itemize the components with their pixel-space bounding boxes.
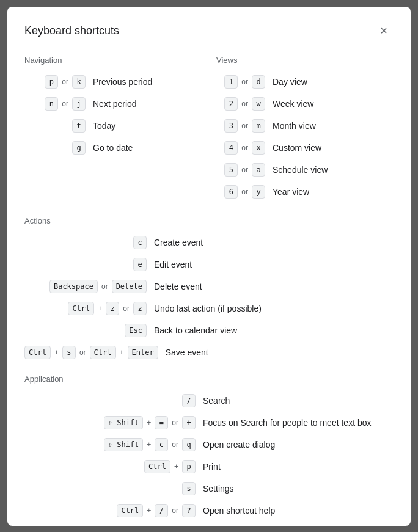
shortcut-desc: Delete event [154, 282, 394, 291]
key-shift: ⇧ Shift [104, 416, 144, 429]
key-1: 1 [224, 75, 238, 89]
key-j: j [72, 97, 86, 111]
key-shift: ⇧ Shift [104, 438, 144, 451]
views-section: Views 1 or d Day view 2 or w Week view [216, 53, 394, 204]
key-enter: Enter [128, 346, 158, 359]
shortcut-row: g Go to date [24, 138, 202, 158]
keys-area: n or j [24, 97, 86, 111]
keys-area: 6 or y [216, 185, 265, 199]
keys-area: ⇧ Shift + = or + [24, 416, 196, 429]
close-button[interactable]: × [374, 21, 394, 41]
keys-area: c [24, 236, 147, 249]
separator: or [241, 122, 248, 130]
shortcut-desc: Edit event [154, 260, 394, 269]
keys-area: 5 or a [216, 163, 265, 177]
key-t: t [72, 119, 86, 133]
key-d: d [252, 75, 265, 89]
keys-area: s [24, 482, 196, 495]
shortcut-row: Alt + Ctrl + . Jump to side panel [24, 523, 394, 526]
keys-area: 1 or d [216, 75, 265, 89]
key-n: n [45, 97, 58, 111]
key-e: e [133, 258, 147, 271]
keys-area: 2 or w [216, 97, 265, 111]
keys-area: p or k [24, 75, 86, 89]
plus-separator: + [174, 462, 178, 471]
key-ctrl: Ctrl [144, 460, 170, 473]
key-2: 2 [224, 97, 238, 111]
separator: or [79, 348, 86, 357]
key-ctrl: Ctrl [68, 302, 94, 315]
shortcut-desc: Go to date [93, 143, 202, 153]
key-6: 6 [224, 185, 238, 199]
key-p: p [45, 75, 58, 89]
shortcut-desc: Undo last action (if possible) [154, 304, 394, 313]
key-slash: / [182, 394, 196, 407]
key-m: m [252, 119, 265, 133]
keyboard-shortcuts-modal: Keyboard shortcuts × Navigation p or k P… [7, 7, 411, 526]
separator: or [62, 100, 68, 108]
modal-title: Keyboard shortcuts [24, 24, 119, 37]
shortcut-desc: Search [203, 396, 394, 406]
plus-separator: + [147, 440, 151, 449]
shortcut-row: s Settings [24, 479, 394, 498]
key-a: a [252, 163, 265, 177]
shortcut-row: 6 or y Year view [216, 182, 394, 202]
shortcut-row: n or j Next period [24, 94, 202, 114]
shortcut-desc: Settings [203, 484, 394, 494]
key-3: 3 [224, 119, 238, 133]
separator: or [123, 304, 130, 313]
shortcut-row: Backspace or Delete Delete event [24, 277, 394, 296]
separator: or [241, 188, 248, 196]
key-slash: / [155, 504, 168, 517]
shortcut-desc: Month view [273, 121, 394, 131]
plus-separator: + [147, 506, 151, 515]
plus-separator: + [147, 418, 151, 427]
modal-header: Keyboard shortcuts × [24, 21, 394, 41]
key-s: s [182, 482, 196, 495]
keys-area: Ctrl + s or Ctrl + Enter [24, 346, 158, 359]
separator: or [172, 418, 178, 427]
key-question: ? [182, 504, 196, 517]
key-k: k [72, 75, 86, 89]
shortcut-desc: Previous period [93, 77, 202, 87]
keys-area: / [24, 394, 196, 407]
keys-area: 4 or x [216, 141, 265, 155]
keys-area: Ctrl + p [24, 460, 196, 473]
shortcut-desc: Year view [273, 187, 394, 197]
shortcut-desc: Custom view [273, 143, 394, 153]
key-5: 5 [224, 163, 238, 177]
shortcut-row: 3 or m Month view [216, 116, 394, 136]
shortcut-row: Ctrl + z or z Undo last action (if possi… [24, 299, 394, 318]
key-w: w [252, 97, 265, 111]
shortcut-desc: Save event [166, 348, 394, 357]
views-title: Views [216, 56, 394, 65]
key-q: q [182, 438, 196, 451]
key-c: c [155, 438, 168, 451]
shortcut-row: Esc Back to calendar view [24, 321, 394, 340]
key-backspace: Backspace [50, 280, 98, 293]
separator: or [101, 282, 108, 291]
plus-separator: + [98, 304, 102, 313]
shortcut-row: Ctrl + s or Ctrl + Enter Save event [24, 343, 394, 362]
separator: or [172, 506, 178, 515]
shortcut-row: Ctrl + / or ? Open shortcut help [24, 501, 394, 520]
shortcut-row: p or k Previous period [24, 72, 202, 92]
keys-area: Ctrl + z or z [24, 302, 147, 315]
plus-separator: + [54, 348, 59, 357]
separator: or [241, 166, 248, 174]
keys-area: g [24, 141, 86, 155]
keys-area: ⇧ Shift + c or q [24, 438, 196, 451]
key-4: 4 [224, 141, 238, 155]
shortcut-row: t Today [24, 116, 202, 136]
shortcut-desc: Week view [273, 99, 394, 109]
shortcut-row: Ctrl + p Print [24, 457, 394, 476]
nav-views-columns: Navigation p or k Previous period n or j… [24, 53, 394, 204]
shortcut-row: ⇧ Shift + c or q Open create dialog [24, 435, 394, 454]
key-c: c [133, 236, 147, 249]
shortcut-row: / Search [24, 391, 394, 410]
shortcut-row: 1 or d Day view [216, 72, 394, 92]
shortcut-desc: Schedule view [273, 165, 394, 175]
actions-title: Actions [24, 216, 394, 225]
keys-area: Backspace or Delete [24, 280, 147, 293]
key-g: g [72, 141, 86, 155]
